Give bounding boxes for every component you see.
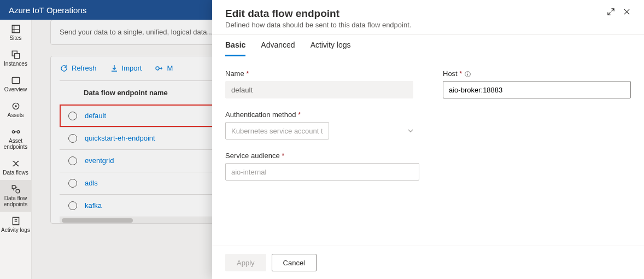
nav-label: Asset endpoints	[0, 138, 32, 150]
nav-label: Assets	[7, 112, 24, 118]
tab-activity-logs[interactable]: Activity logs	[311, 40, 351, 56]
data-flow-endpoints-icon	[11, 184, 21, 194]
key-icon	[155, 64, 163, 73]
svg-rect-8	[12, 185, 15, 189]
nav-item-sites[interactable]: Sites	[0, 20, 32, 45]
info-icon[interactable]	[464, 71, 471, 78]
assets-icon	[11, 101, 21, 111]
endpoint-link[interactable]: eventgrid	[85, 156, 114, 165]
svg-rect-2	[14, 54, 19, 59]
asset-endpoints-icon	[11, 127, 21, 137]
nav-label: Overview	[4, 86, 27, 92]
endpoint-link[interactable]: quickstart-eh-endpoint	[85, 134, 155, 142]
apply-button[interactable]: Apply	[225, 254, 266, 271]
name-label: Name *	[225, 69, 413, 78]
app-title: Azure IoT Operations	[9, 5, 86, 15]
nav-item-activity-logs[interactable]: Activity logs	[0, 212, 32, 237]
data-flows-icon	[11, 159, 21, 168]
name-input[interactable]	[225, 81, 413, 98]
refresh-icon	[60, 64, 68, 73]
scrollbar-thumb[interactable]	[62, 218, 133, 223]
nav-item-assets[interactable]: Assets	[0, 97, 32, 123]
import-icon	[110, 64, 119, 73]
svg-rect-10	[13, 217, 19, 225]
svg-rect-0	[12, 25, 20, 33]
nav-item-data-flow-endpoints[interactable]: Data flow endpoints	[0, 180, 32, 212]
radio-icon[interactable]	[68, 179, 77, 188]
auth-select[interactable]	[225, 122, 329, 140]
chevron-down-icon	[407, 127, 414, 134]
panel-footer: Apply Cancel	[212, 246, 644, 279]
sites-icon	[11, 24, 21, 34]
nav-item-data-flows[interactable]: Data flows	[0, 154, 32, 180]
svg-point-9	[16, 189, 20, 193]
panel-subtitle: Defined how data should be sent to this …	[225, 21, 411, 29]
host-label: Host *	[443, 69, 631, 78]
nav-label: Data flow endpoints	[0, 195, 32, 207]
more-label: M	[167, 64, 173, 72]
overview-icon	[11, 75, 21, 85]
import-button[interactable]: Import	[110, 64, 142, 73]
panel-title: Edit data flow endpoint	[225, 8, 411, 20]
refresh-label: Refresh	[72, 64, 97, 72]
nav-item-asset-endpoints[interactable]: Asset endpoints	[0, 123, 32, 154]
radio-icon[interactable]	[68, 112, 77, 120]
tab-basic[interactable]: Basic	[225, 40, 245, 56]
radio-icon[interactable]	[68, 156, 77, 165]
expand-icon[interactable]	[607, 8, 615, 16]
panel-body: Name * Host * Authentication method *	[212, 56, 644, 246]
nav-item-overview[interactable]: Overview	[0, 71, 32, 97]
radio-icon[interactable]	[68, 134, 77, 143]
activity-logs-icon	[11, 216, 21, 226]
panel-tabs: Basic Advanced Activity logs	[212, 35, 644, 56]
refresh-button[interactable]: Refresh	[60, 64, 97, 73]
svg-rect-3	[12, 77, 20, 83]
svg-point-6	[12, 131, 15, 133]
panel-header: Edit data flow endpoint Defined how data…	[212, 0, 644, 34]
tab-advanced[interactable]: Advanced	[261, 40, 295, 56]
instances-icon	[11, 50, 21, 60]
auth-label: Authentication method *	[225, 111, 419, 119]
nav-label: Sites	[9, 35, 21, 41]
cancel-button[interactable]: Cancel	[272, 254, 317, 271]
endpoint-link[interactable]: kafka	[85, 201, 102, 210]
svg-point-5	[15, 105, 16, 107]
edit-endpoint-panel: Edit data flow endpoint Defined how data…	[212, 0, 644, 279]
nav-label: Activity logs	[1, 227, 30, 233]
audience-input[interactable]	[225, 163, 419, 181]
nav-label: Data flows	[3, 170, 28, 176]
radio-icon[interactable]	[68, 201, 77, 210]
nav-label: Instances	[4, 61, 27, 67]
close-icon[interactable]	[623, 8, 631, 16]
svg-point-11	[156, 67, 159, 70]
endpoint-link[interactable]: default	[85, 112, 106, 120]
audience-label: Service audience *	[225, 152, 419, 160]
import-label: Import	[122, 64, 142, 72]
endpoint-link[interactable]: adls	[85, 179, 98, 187]
left-nav: Sites Instances Overview Assets Asset en…	[0, 20, 32, 279]
more-button[interactable]: M	[155, 64, 173, 73]
host-input[interactable]	[443, 81, 631, 98]
nav-item-instances[interactable]: Instances	[0, 45, 32, 71]
svg-point-7	[17, 131, 20, 133]
